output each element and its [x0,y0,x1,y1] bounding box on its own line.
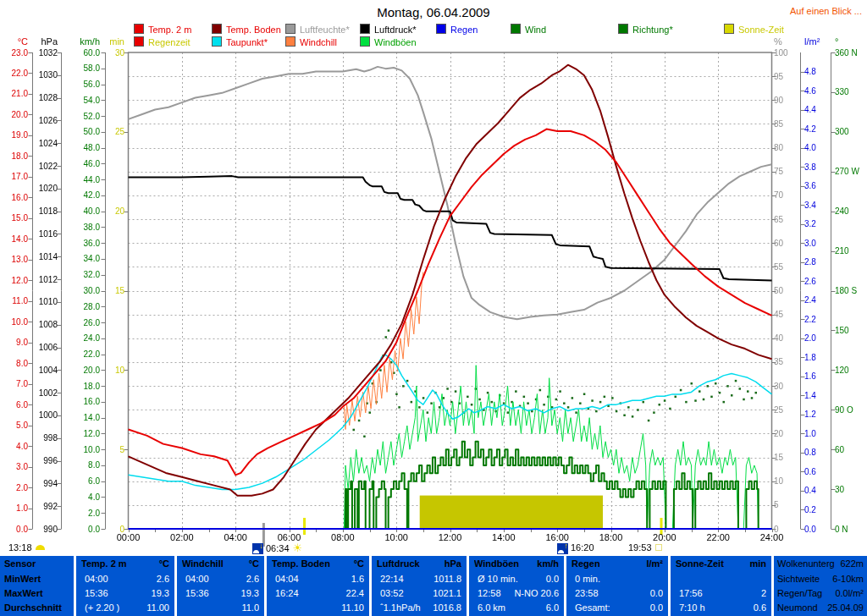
axis-tick-label: 4.4 [804,105,845,114]
x-axis-tick-label: 08:00 [325,532,361,542]
moonrise-icon [557,543,568,554]
axis-tick-label: 12.0 [63,429,100,438]
axis-tick-label: 998 [20,433,58,443]
legend-item-taupunkt-: Taupunkt* [212,36,268,47]
axis-header-sun: min [87,36,124,47]
legend-label: Regen [450,25,478,35]
moon-time-label: 13:18 [8,542,32,553]
legend-item-sonne-zeit: Sonne-Zeit [724,24,784,34]
axis-tick-label: 20 [87,206,124,216]
table-cell-value: 11.00 [81,601,169,614]
axis-tick-label: 1018 [20,206,58,216]
x-axis-tick-label: 00:00 [111,532,146,542]
legend-label: Sonne-Zeit [738,25,784,35]
legend-color-box [134,36,144,47]
axis-tick-label: 2.6 [804,277,845,286]
axis-tick-label: 34.0 [63,254,100,263]
legend-label: Temp. Boden [226,25,281,35]
axis-tick-label: 30 [835,485,867,494]
x-axis-tick-label: 10:00 [378,532,414,542]
sunset-marker: 19:53 [628,542,662,554]
table-sensor-unit: °C [81,557,169,570]
legend-label: Windböen [374,37,417,47]
legend-label: Wind [525,25,546,35]
axis-tick-label: 2.4 [804,295,845,305]
table-column: Temp. 2 m°C04:002.615:3619.3(+ 2.20 )11.… [76,556,174,616]
axis-tick-label: 30 [87,48,124,58]
x-axis-tick-label: 14:00 [486,532,522,542]
axis-tick-label: 16.0 [63,397,100,406]
table-cell-value: 0.0 [572,586,663,600]
axis-header-deg: ° [835,36,867,47]
axis-tick-label: 16.0 [0,193,28,202]
legend-item-windchill: Windchill [285,36,337,47]
legend-color-box [724,24,734,34]
table-info-value: 622m [777,557,864,570]
axis-tick-label: 30 [774,382,815,391]
axis-tick-label: 5 [87,445,124,454]
table-sensor-unit: min [676,557,766,570]
axis-tick-label: 4.0 [804,143,845,152]
legend-color-box [436,24,446,34]
table-sensor-unit: km/h [474,557,559,570]
legend-item-richtung-: Richtung* [618,24,673,34]
moon-dome-icon [36,545,45,550]
axis-tick-label: 32.0 [63,270,100,279]
axis-tick-label: 44.0 [63,175,100,184]
axis-tick-label: 100 [774,48,815,58]
axis-tick-label: 90 O [835,405,867,415]
axis-tick-label: 990 [20,525,58,534]
axis-tick-label: 38.0 [63,223,100,232]
axis-tick-label: 2.0 [804,333,845,343]
table-column: Temp. Boden°C04:041.616:2422.411.10 [267,556,369,616]
legend-color-box [285,36,295,47]
legend-label: Temp. 2 m [148,25,191,35]
table-column: Windböenkm/hØ 10 min.0.012:58N-NO 20.66.… [469,556,564,616]
axis-tick-label: 7.0 [0,379,28,388]
axis-tick-label: 210 [835,246,867,256]
legend-label: Taupunkt* [226,37,268,47]
axis-tick-label: 60 [835,445,867,454]
table-column: LuftdruckhPa22:141011.803:521021.1ˆ1.1hP… [372,556,467,616]
axis-tick-label: 52.0 [63,112,100,121]
table-cell-value: N-NO 20.6 [474,586,559,600]
legend-color-box [618,24,628,34]
table-column: SensorMinWertMaxWertDurchschnitt [0,556,74,616]
sensor-summary-table: SensorMinWertMaxWertDurchschnittTemp. 2 … [0,556,867,616]
table-column: Windchill°C04:002.615:3619.311.0 [177,556,264,616]
table-cell-value: 19.3 [182,586,259,600]
legend-item-temp-2-m: Temp. 2 m [134,24,191,34]
axis-tick-label: 2.2 [804,315,845,324]
axis-tick-label: 300 [835,127,867,136]
table-sensor-unit: l/m² [572,557,663,570]
legend-color-box [285,24,295,34]
axis-tick-label: 1020 [20,184,58,193]
axis-tick-label: 1010 [20,297,58,306]
table-row-label: Sensor [4,557,69,570]
legend-color-box [212,24,222,34]
table-cell-value: 0.0 [572,601,663,614]
axis-tick-label: 270 W [835,167,867,176]
table-cell-value: 22.4 [272,586,364,600]
table-cell-value: 0.0 [474,572,559,586]
axis-tick-label: 1006 [20,343,58,352]
moonset-icon [252,543,263,554]
legend-label: Regenzeit [148,37,191,47]
sunrise-marker: 06:34 [252,542,302,554]
table-cell-value: 2.6 [81,572,169,586]
table-sensor-unit: hPa [377,557,461,570]
axis-tick-label: 1030 [20,70,58,80]
axis-tick-label: 1.4 [804,391,845,400]
table-sensor-unit: °C [182,557,259,570]
axis-tick-label: 360 N [835,48,867,58]
axis-tick-label: 1024 [20,139,58,148]
table-cell-value [676,572,766,586]
legend-item-windb-en: Windböen [360,36,417,47]
axis-tick-label: 180 S [835,286,867,295]
weather-chart-page: Montag, 06.04.2009 Auf einen Blick ... T… [0,0,867,616]
axis-tick-label: 46.0 [63,159,100,168]
table-cell-value: 2.6 [182,572,259,586]
axis-tick-label: 17.0 [0,172,28,181]
legend-item-wind: Wind [511,24,546,34]
sun-icon [293,542,303,554]
